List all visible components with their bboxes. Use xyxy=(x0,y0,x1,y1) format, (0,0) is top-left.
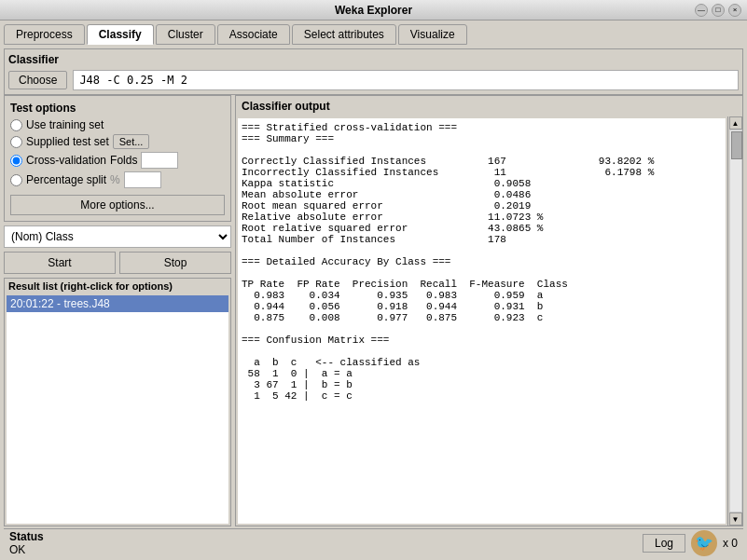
status-section: Status OK xyxy=(9,530,44,556)
cross-validation-label: Cross-validation xyxy=(26,154,106,167)
classifier-value: J48 -C 0.25 -M 2 xyxy=(73,70,739,90)
status-label: Status xyxy=(9,530,44,543)
x-count: x 0 xyxy=(723,537,738,550)
output-title: Classifier output xyxy=(236,96,742,116)
classifier-row: Choose J48 -C 0.25 -M 2 xyxy=(8,70,739,90)
tab-cluster[interactable]: Cluster xyxy=(156,24,215,45)
minimize-button[interactable]: — xyxy=(695,4,708,17)
log-button[interactable]: Log xyxy=(643,534,685,553)
status-bar: Status OK Log 🐦 x 0 xyxy=(4,528,743,556)
test-options-label: Test options xyxy=(10,102,225,115)
window-controls: — □ × xyxy=(695,4,741,17)
maximize-button[interactable]: □ xyxy=(712,4,725,17)
main-container: Preprocess Classify Cluster Associate Se… xyxy=(0,20,747,560)
folds-label: Folds xyxy=(110,154,137,167)
tab-preprocess[interactable]: Preprocess xyxy=(4,24,85,45)
class-select-row: (Nom) Class xyxy=(4,225,231,248)
classifier-section: Classifier Choose J48 -C 0.25 -M 2 xyxy=(4,48,743,95)
cross-validation-row: Cross-validation Folds 10 xyxy=(10,152,225,169)
more-options-button[interactable]: More options... xyxy=(10,195,225,215)
cross-validation-radio[interactable] xyxy=(10,155,22,167)
title-bar: Weka Explorer — □ × xyxy=(0,0,747,20)
stop-button[interactable]: Stop xyxy=(119,252,231,274)
result-list-title: Result list (right-click for options) xyxy=(5,279,230,294)
result-list-box: Result list (right-click for options) 20… xyxy=(4,278,231,526)
class-select[interactable]: (Nom) Class xyxy=(4,225,231,248)
use-training-set-radio[interactable] xyxy=(10,119,22,131)
use-training-set-row: Use training set xyxy=(10,118,225,131)
percent-input[interactable]: 66 xyxy=(124,171,161,188)
percentage-split-label: Percentage split xyxy=(26,173,106,186)
result-item[interactable]: 20:01:22 - trees.J48 xyxy=(7,295,228,312)
set-button[interactable]: Set... xyxy=(113,134,150,149)
supplied-test-set-row: Supplied test set Set... xyxy=(10,134,225,149)
scroll-thumb[interactable] xyxy=(731,131,742,159)
tab-associate[interactable]: Associate xyxy=(217,24,290,45)
status-right: Log 🐦 x 0 xyxy=(643,530,738,556)
tab-select-attributes[interactable]: Select attributes xyxy=(292,24,396,45)
percentage-split-row: Percentage split % 66 xyxy=(10,171,225,188)
weka-bird-icon: 🐦 xyxy=(691,530,717,556)
use-training-set-label: Use training set xyxy=(26,118,104,131)
folds-input[interactable]: 10 xyxy=(141,152,178,169)
supplied-test-set-label: Supplied test set xyxy=(26,135,109,148)
choose-button[interactable]: Choose xyxy=(8,71,67,89)
middle-area: Test options Use training set Supplied t… xyxy=(4,95,743,526)
scroll-up-arrow[interactable]: ▲ xyxy=(729,116,742,130)
window-title: Weka Explorer xyxy=(335,4,412,17)
left-panel: Test options Use training set Supplied t… xyxy=(4,95,231,526)
close-button[interactable]: × xyxy=(728,4,741,17)
tab-classify[interactable]: Classify xyxy=(87,24,154,45)
tab-visualize[interactable]: Visualize xyxy=(398,24,467,45)
output-content[interactable]: === Stratified cross-validation === === … xyxy=(238,118,726,524)
right-panel: Classifier output === Stratified cross-v… xyxy=(235,95,743,526)
percent-symbol: % xyxy=(110,173,120,186)
supplied-test-set-radio[interactable] xyxy=(10,136,22,148)
test-options-box: Test options Use training set Supplied t… xyxy=(4,95,231,222)
percentage-split-radio[interactable] xyxy=(10,174,22,186)
status-text: OK xyxy=(9,543,25,556)
start-button[interactable]: Start xyxy=(4,252,116,274)
scrollbar: ▲ ▼ xyxy=(727,116,742,526)
scroll-down-arrow[interactable]: ▼ xyxy=(729,512,742,526)
action-buttons: Start Stop xyxy=(4,252,231,274)
classifier-label: Classifier xyxy=(8,53,739,66)
result-list-content: 20:01:22 - trees.J48 xyxy=(7,295,228,524)
scroll-track[interactable] xyxy=(729,130,742,512)
tabs-bar: Preprocess Classify Cluster Associate Se… xyxy=(4,24,743,45)
